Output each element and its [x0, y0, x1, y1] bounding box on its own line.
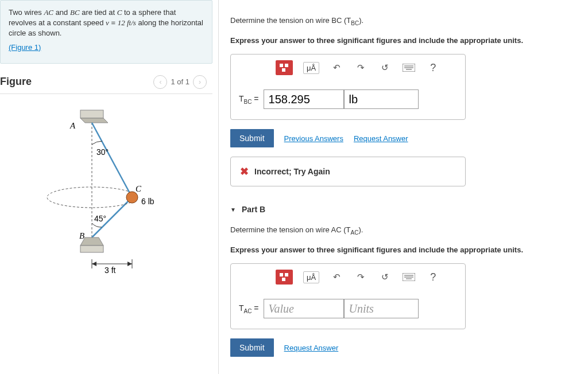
svg-marker-1	[80, 118, 108, 123]
parta-feedback: ✖ Incorrect; Try Again	[230, 157, 466, 186]
parta-previous-answers-link[interactable]: Previous Answers	[284, 134, 343, 143]
partb-variable-label: TAC =	[239, 303, 259, 314]
help-icon[interactable]: ?	[426, 61, 440, 74]
svg-point-9	[126, 192, 138, 203]
keyboard-icon[interactable]	[402, 61, 416, 74]
parta-submit-button[interactable]: Submit	[230, 129, 274, 147]
partb-value-input[interactable]	[264, 299, 344, 318]
figure-pager: ‹ 1 of 1 ›	[153, 75, 207, 89]
partb-submit-button[interactable]: Submit	[230, 338, 274, 357]
caret-down-icon: ▼	[230, 207, 236, 213]
incorrect-icon: ✖	[240, 165, 249, 178]
figure-title: Figure	[0, 76, 32, 88]
redo-icon[interactable]: ↷	[354, 271, 368, 283]
svg-text:45°: 45°	[94, 214, 106, 223]
svg-rect-31	[282, 278, 285, 281]
pager-prev-button[interactable]: ‹	[153, 75, 167, 89]
parta-request-answer-link[interactable]: Request Answer	[354, 134, 408, 143]
svg-rect-24	[282, 68, 285, 72]
partb-answer-box: μÅ ↶ ↷ ↺ ? TAC =	[230, 263, 466, 329]
svg-text:A: A	[69, 121, 76, 130]
svg-rect-29	[280, 273, 283, 276]
undo-icon[interactable]: ↶	[330, 271, 343, 283]
figure-diagram: A 30° 45° C 6 lb	[0, 94, 218, 278]
reset-icon[interactable]: ↺	[378, 271, 392, 283]
partb-units-input[interactable]	[344, 299, 419, 318]
parta-variable-label: TBC =	[239, 94, 259, 105]
units-button[interactable]: μÅ	[303, 62, 319, 74]
svg-rect-0	[80, 110, 103, 118]
svg-rect-22	[280, 64, 283, 67]
reset-icon[interactable]: ↺	[378, 61, 392, 74]
svg-text:3 ft: 3 ft	[105, 266, 116, 275]
svg-rect-30	[285, 273, 288, 276]
template-icon[interactable]	[276, 60, 293, 75]
svg-text:30°: 30°	[96, 147, 109, 157]
pager-next-button[interactable]: ›	[193, 75, 207, 89]
keyboard-icon[interactable]	[402, 271, 416, 283]
svg-marker-19	[92, 262, 96, 266]
redo-icon[interactable]: ↷	[354, 61, 368, 74]
undo-icon[interactable]: ↶	[330, 61, 343, 74]
svg-rect-13	[80, 246, 103, 252]
partb-header[interactable]: ▼ Part B	[230, 205, 577, 214]
svg-rect-23	[285, 64, 288, 67]
figure-link[interactable]: (Figure 1)	[9, 43, 41, 52]
svg-marker-20	[127, 262, 132, 266]
problem-statement: Two wires AC and BC are tied at C to a s…	[0, 0, 212, 64]
svg-text:C: C	[136, 184, 142, 193]
partb-instruction: Express your answer to three significant…	[230, 244, 577, 256]
partb-question: Determine the tension on wire AC (TAC).	[230, 224, 577, 237]
svg-text:B: B	[79, 231, 84, 240]
help-icon[interactable]: ?	[426, 271, 440, 283]
svg-text:6 lb: 6 lb	[141, 197, 154, 206]
svg-line-4	[92, 123, 132, 197]
partb-request-answer-link[interactable]: Request Answer	[284, 344, 339, 352]
units-button[interactable]: μÅ	[303, 271, 319, 283]
template-icon[interactable]	[276, 270, 293, 285]
parta-units-input[interactable]	[344, 89, 419, 109]
parta-instruction: Express your answer to three significant…	[230, 35, 577, 46]
parta-answer-box: μÅ ↶ ↷ ↺ ? TBC =	[230, 54, 466, 120]
parta-value-input[interactable]	[264, 89, 344, 109]
parta-question: Determine the tension on wire BC (TBC).	[230, 15, 577, 28]
